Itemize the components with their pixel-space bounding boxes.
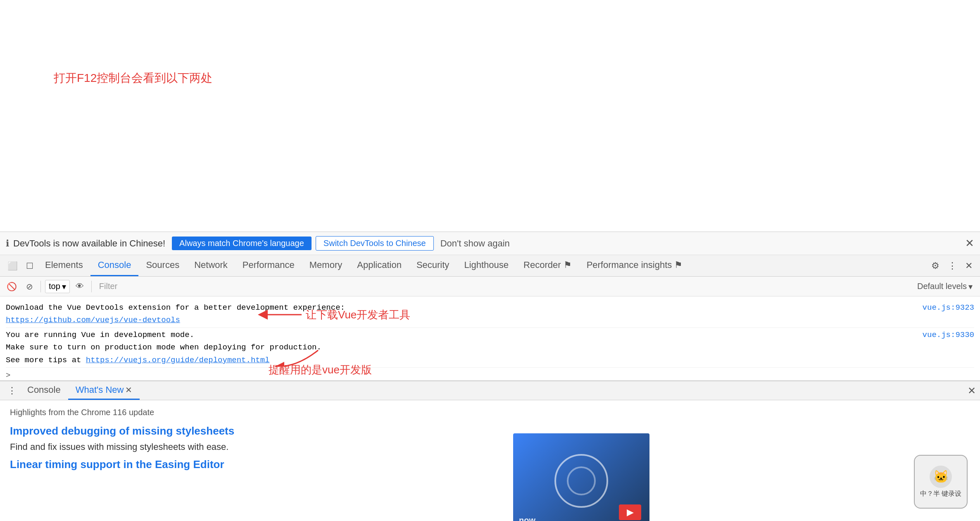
- tab-console[interactable]: Console: [90, 255, 139, 276]
- devtools-tabs-bar: ⬜ ☐ Elements Console Sources Network Per…: [0, 255, 980, 277]
- filter-icon[interactable]: ⊘: [23, 280, 36, 293]
- tab-application[interactable]: Application: [350, 255, 409, 276]
- eye-icon[interactable]: 👁: [72, 280, 87, 293]
- notification-bar: ℹ DevTools is now available in Chinese! …: [0, 232, 980, 255]
- feature-thumbnail: ▶ now: [513, 433, 649, 521]
- info-icon: ℹ: [6, 238, 9, 249]
- line1-file[interactable]: vue.js:9323: [908, 301, 974, 314]
- tab-elements[interactable]: Elements: [38, 255, 90, 276]
- switch-to-chinese-button[interactable]: Switch DevTools to Chinese: [316, 236, 434, 251]
- widget-text: 中？半 键录设: [920, 490, 961, 498]
- more-options-icon[interactable]: ⋮: [944, 260, 961, 271]
- line2c-text: See more tips at: [6, 356, 86, 365]
- dont-show-button[interactable]: Don't show again: [440, 238, 510, 249]
- whats-new-close-icon[interactable]: ✕: [125, 385, 132, 395]
- notif-close-icon[interactable]: ✕: [965, 237, 974, 250]
- feature1-title[interactable]: Improved debugging of missing stylesheet…: [10, 425, 970, 437]
- bottom-widget[interactable]: 🐱 中？半 键录设: [914, 455, 968, 509]
- tab-recorder[interactable]: Recorder ⚑: [516, 255, 579, 276]
- devtools-panel: ℹ DevTools is now available in Chinese! …: [0, 232, 980, 392]
- line2-file[interactable]: vue.js:9330: [908, 329, 974, 341]
- arrow1-svg: [256, 306, 306, 323]
- drawer-close-icon[interactable]: ✕: [968, 385, 976, 397]
- gear-icon[interactable]: ⚙: [927, 260, 944, 271]
- console-output: Download the Vue Devtools extension for …: [0, 296, 980, 392]
- bottom-drawer: ⋮ Console What's New ✕ ✕ Highlights from…: [0, 380, 980, 521]
- annotation2-text: 提醒用的是vue开发版: [269, 363, 372, 377]
- top-frame-selector[interactable]: top ▾: [45, 280, 70, 293]
- top-frame-label: top: [49, 282, 60, 291]
- tab-sources[interactable]: Sources: [138, 255, 187, 276]
- line2a-text: You are running Vue in development mode.: [6, 330, 194, 339]
- drawer-tab-whats-new[interactable]: What's New ✕: [68, 381, 140, 400]
- drawer-tab-console[interactable]: Console: [20, 381, 68, 400]
- separator2: [91, 281, 92, 292]
- annotation1-text: 让下载Vue开发者工具: [306, 308, 410, 322]
- device-icon[interactable]: ☐: [22, 255, 38, 276]
- drawer-tabs-bar: ⋮ Console What's New ✕ ✕: [0, 381, 980, 400]
- toolbar-right: Default levels ▾: [913, 280, 977, 293]
- close-devtools-icon[interactable]: ✕: [961, 260, 977, 271]
- default-levels-dropdown[interactable]: Default levels ▾: [913, 280, 977, 293]
- page-annotation: 打开F12控制台会看到以下两处: [54, 70, 212, 86]
- filter-placeholder: Filter: [96, 282, 121, 291]
- frame-dropdown-icon: ▾: [62, 282, 66, 292]
- separator: [40, 281, 41, 292]
- console-output-wrapper: Download the Vue Devtools extension for …: [0, 296, 980, 392]
- tab-security[interactable]: Security: [409, 255, 457, 276]
- feature2-title[interactable]: Linear timing support in the Easing Edit…: [10, 458, 970, 471]
- levels-dropdown-icon: ▾: [968, 282, 973, 292]
- match-language-button[interactable]: Always match Chrome's language: [172, 237, 312, 250]
- feature1-desc: Find and fix issues with missing stylesh…: [10, 442, 970, 452]
- inspect-icon[interactable]: ⬜: [3, 255, 22, 276]
- whats-new-content: Highlights from the Chrome 116 update Im…: [0, 400, 980, 521]
- highlights-text: Highlights from the Chrome 116 update: [10, 408, 970, 417]
- notif-message: DevTools is now available in Chinese!: [13, 238, 165, 249]
- drawer-menu-icon[interactable]: ⋮: [4, 385, 20, 396]
- widget-avatar: 🐱: [930, 466, 952, 488]
- tab-network[interactable]: Network: [187, 255, 235, 276]
- now-label: now: [519, 516, 535, 521]
- page-area: 打开F12控制台会看到以下两处: [0, 0, 980, 232]
- annotation-1: 让下载Vue开发者工具: [256, 306, 410, 323]
- thumbnail-circle: [554, 454, 608, 508]
- tab-lighthouse[interactable]: Lighthouse: [457, 255, 516, 276]
- clear-console-icon[interactable]: 🚫: [3, 280, 20, 293]
- vue-devtools-link[interactable]: https://github.com/vuejs/vue-devtools: [6, 315, 180, 325]
- console-line-2: You are running Vue in development mode.…: [6, 328, 974, 368]
- tab-performance[interactable]: Performance: [235, 255, 302, 276]
- play-button[interactable]: ▶: [619, 504, 641, 520]
- tab-performance-insights[interactable]: Performance insights ⚑: [579, 255, 690, 276]
- console-line-1: Download the Vue Devtools extension for …: [6, 301, 974, 328]
- thumbnail-inner-circle: [567, 466, 596, 495]
- console-toolbar: 🚫 ⊘ top ▾ 👁 Filter Default levels ▾: [0, 277, 980, 296]
- tab-memory[interactable]: Memory: [302, 255, 350, 276]
- annotation-2: 提醒用的是vue开发版: [223, 346, 372, 377]
